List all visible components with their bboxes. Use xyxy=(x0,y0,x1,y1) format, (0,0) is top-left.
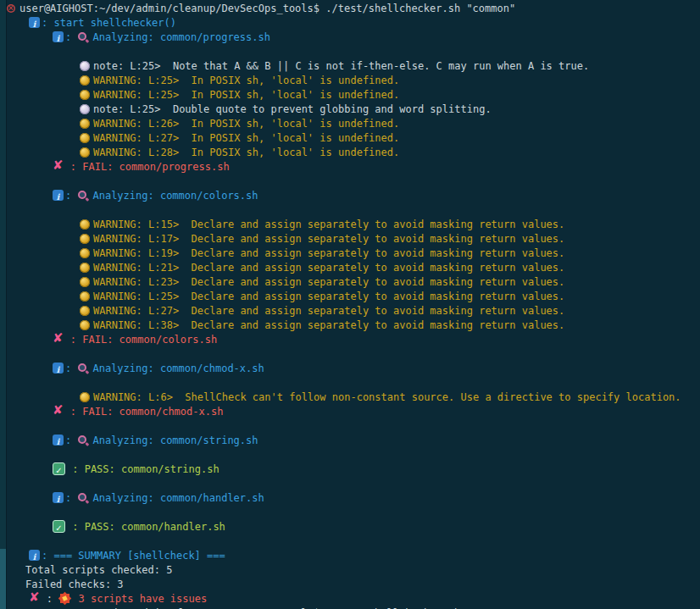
terminal-line: : FAIL: common/colors.sh xyxy=(0,333,700,347)
search-icon xyxy=(77,492,89,504)
pass-icon xyxy=(53,462,65,475)
terminal-line: : FAIL: common/progress.sh xyxy=(0,160,700,174)
warning-icon xyxy=(80,392,90,402)
terminal-line: : Analyzing: common/string.sh xyxy=(0,434,700,448)
terminal-line xyxy=(0,45,700,59)
text-segment: WARNING: L:25> Declare and assign separa… xyxy=(93,291,564,302)
warning-icon xyxy=(80,263,90,273)
info-icon xyxy=(29,17,40,28)
text-segment: WARNING: L:25> In POSIX sh, 'local' is u… xyxy=(93,75,399,86)
text-segment: WARNING: L:19> Declare and assign separa… xyxy=(93,247,564,259)
warning-icon xyxy=(80,90,90,100)
warning-icon xyxy=(80,248,90,258)
search-icon xyxy=(77,190,89,202)
text-segment: Analyzing: common/colors.sh xyxy=(92,190,258,202)
warning-icon xyxy=(80,133,90,143)
text-segment: note: L:25> Note that A && B || C is not… xyxy=(93,60,589,72)
text-segment: : start shellchecker() xyxy=(42,17,176,29)
terminal-line: user@AIGHOST:~/dev/admin/cleanup/DevSecO… xyxy=(0,2,700,16)
terminal-line xyxy=(0,506,700,520)
text-segment: Failed checks: 3 xyxy=(25,579,124,590)
terminal-line: note: L:25> Double quote to prevent glob… xyxy=(0,102,700,117)
text-segment: : PASS: common/string.sh xyxy=(66,463,219,475)
note-icon xyxy=(80,61,90,71)
text-segment: : xyxy=(65,492,77,504)
fail-icon xyxy=(53,159,64,174)
terminal-line: : === SUMMARY [shellcheck] === xyxy=(0,549,700,563)
terminal-line xyxy=(0,477,700,491)
note-icon xyxy=(80,104,90,114)
terminal-line: : PASS: common/handler.sh xyxy=(0,520,700,534)
warning-icon xyxy=(80,119,90,129)
text-segment: : xyxy=(65,31,77,43)
fail-icon xyxy=(53,404,64,418)
text-segment: : xyxy=(65,363,77,374)
fail-icon xyxy=(29,591,40,606)
terminal-line: WARNING: L:28> In POSIX sh, 'local' is u… xyxy=(0,146,700,160)
text-segment: WARNING: L:23> Declare and assign separa… xyxy=(93,276,564,288)
text-segment: : PASS: common/handler.sh xyxy=(66,521,225,533)
text-segment: : === SUMMARY [shellcheck] === xyxy=(42,550,225,562)
terminal-line: WARNING: L:27> Declare and assign separa… xyxy=(0,304,700,318)
fail-icon xyxy=(53,332,64,346)
prohibited-icon xyxy=(7,4,15,13)
search-icon xyxy=(77,31,89,43)
info-icon xyxy=(53,363,64,374)
text-segment: WARNING: L:17> Declare and assign separa… xyxy=(93,233,564,245)
terminal-line xyxy=(0,174,700,189)
text-segment: Analyzing: common/chmod-x.sh xyxy=(92,363,264,374)
text-segment: : FAIL: common/chmod-x.sh xyxy=(64,406,224,418)
text-segment: WARNING: L:26> In POSIX sh, 'local' is u… xyxy=(93,118,399,130)
terminal-line: WARNING: L:15> Declare and assign separa… xyxy=(0,218,700,232)
terminal-line: Failed checks: 3 xyxy=(0,578,700,592)
terminal-line: WARNING: L:19> Declare and assign separa… xyxy=(0,246,700,261)
terminal-line: note: L:25> Note that A && B || C is not… xyxy=(0,59,700,74)
warning-icon xyxy=(80,75,90,86)
text-segment: WARNING: L:15> Declare and assign separa… xyxy=(93,219,564,230)
terminal-output: user@AIGHOST:~/dev/admin/cleanup/DevSecO… xyxy=(0,2,700,609)
warning-icon xyxy=(80,219,90,230)
text-segment: Analyzing: common/progress.sh xyxy=(92,31,270,43)
terminal-line: : start shellchecker() xyxy=(0,16,700,30)
text-segment: WARNING: L:21> Declare and assign separa… xyxy=(93,262,564,274)
terminal-line: WARNING: L:6> ShellCheck can't follow no… xyxy=(0,390,700,405)
terminal-line: : PASS: common/string.sh xyxy=(0,462,700,477)
collision-icon xyxy=(58,592,72,606)
terminal-line: WARNING: L:21> Declare and assign separa… xyxy=(0,261,700,275)
search-icon xyxy=(77,363,89,374)
terminal-line: WARNING: L:38> Declare and assign separa… xyxy=(0,318,700,333)
terminal-line: WARNING: L:25> Declare and assign separa… xyxy=(0,290,700,304)
terminal-line: : 3 scripts have issues xyxy=(0,592,700,606)
terminal-window[interactable]: user@AIGHOST:~/dev/admin/cleanup/DevSecO… xyxy=(0,0,700,609)
text-segment: Total scripts checked: 5 xyxy=(25,564,172,576)
info-icon xyxy=(29,550,40,561)
terminal-line: WARNING: L:26> In POSIX sh, 'local' is u… xyxy=(0,117,700,131)
terminal-line: : Analyzing: common/chmod-x.sh xyxy=(0,362,700,376)
text-segment: user@AIGHOST:~/dev/admin/cleanup/DevSecO… xyxy=(19,3,515,14)
text-segment: Analyzing: common/handler.sh xyxy=(92,492,264,504)
info-icon xyxy=(53,492,64,503)
warning-icon xyxy=(80,306,90,316)
text-segment: : FAIL: common/colors.sh xyxy=(64,334,218,346)
warning-icon xyxy=(80,234,90,244)
warning-icon xyxy=(80,320,90,330)
text-segment: : xyxy=(65,435,77,446)
info-icon xyxy=(53,31,64,42)
info-icon xyxy=(53,190,64,201)
text-segment: WARNING: L:6> ShellCheck can't follow no… xyxy=(93,391,681,403)
text-segment: WARNING: L:25> In POSIX sh, 'local' is u… xyxy=(93,89,399,101)
terminal-line: : Analyzing: common/colors.sh xyxy=(0,189,700,203)
terminal-line: WARNING: L:25> In POSIX sh, 'local' is u… xyxy=(0,88,700,102)
terminal-line xyxy=(0,534,700,549)
terminal-line xyxy=(0,448,700,462)
terminal-line: WARNING: L:27> In POSIX sh, 'local' is u… xyxy=(0,131,700,146)
terminal-line: : Analyzing: common/handler.sh xyxy=(0,491,700,506)
warning-icon xyxy=(80,147,90,158)
text-segment: WARNING: L:38> Declare and assign separa… xyxy=(93,319,564,331)
text-segment: WARNING: L:27> In POSIX sh, 'local' is u… xyxy=(93,132,399,144)
text-segment: 3 scripts have issues xyxy=(72,593,207,605)
terminal-line: WARNING: L:25> In POSIX sh, 'local' is u… xyxy=(0,74,700,88)
text-segment: WARNING: L:28> In POSIX sh, 'local' is u… xyxy=(93,147,399,158)
text-segment: WARNING: L:27> Declare and assign separa… xyxy=(93,305,564,317)
text-segment: : xyxy=(41,593,59,605)
